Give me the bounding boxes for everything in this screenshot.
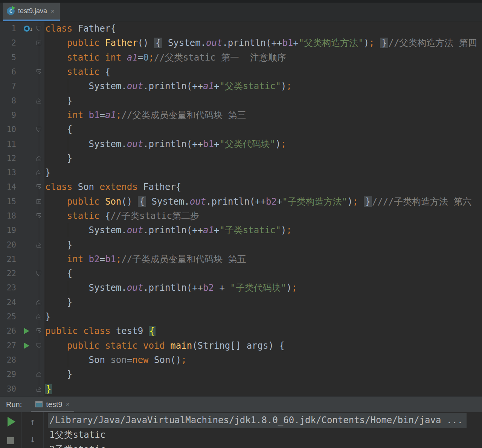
editor-line[interactable]: 14class Son extends Father{ — [0, 180, 482, 194]
code-line[interactable]: class Father{ — [44, 21, 482, 36]
editor-line[interactable]: 19System.out.println(++a1+"子类static"); — [0, 223, 482, 237]
subclassed-icon[interactable] — [24, 26, 30, 32]
code-line[interactable]: public Son() { System.out.println(++b2+"… — [44, 194, 482, 209]
fold-start-icon[interactable] — [36, 26, 42, 32]
editor-line[interactable]: 9int b1=a1;//父类成员变量和代码块 第三 — [0, 108, 482, 122]
editor-gutter[interactable]: 28 — [0, 353, 44, 367]
editor-gutter[interactable]: 10 — [0, 122, 44, 137]
editor-line[interactable]: 12} — [0, 151, 482, 166]
console-line[interactable]: 1父类static — [49, 428, 482, 442]
fold-start-icon[interactable] — [36, 126, 42, 132]
code-line[interactable]: static {//子类static第二步 — [44, 209, 482, 223]
editor-gutter[interactable]: 21 — [0, 252, 44, 266]
step-up-icon[interactable]: ↑ — [30, 417, 36, 427]
code-line[interactable]: class Son extends Father{ — [44, 180, 482, 194]
code-line[interactable]: } — [44, 310, 482, 324]
step-down-icon[interactable]: ↓ — [30, 434, 36, 444]
code-line[interactable]: } — [44, 151, 482, 166]
editor-line[interactable]: 20} — [0, 237, 482, 252]
editor-line[interactable]: 15public Son() { System.out.println(++b2… — [0, 194, 482, 209]
rerun-icon[interactable] — [8, 417, 15, 427]
editor-gutter[interactable]: 30 — [0, 381, 44, 396]
editor-gutter[interactable]: 12 — [0, 151, 44, 166]
code-line[interactable]: } — [44, 93, 482, 108]
editor-gutter[interactable]: 25 — [0, 310, 44, 324]
editor-line[interactable]: 22{ — [0, 266, 482, 281]
editor-gutter[interactable]: 18 — [0, 209, 44, 223]
console-output[interactable]: /Library/Java/JavaVirtualMachines/jdk1.8… — [44, 412, 482, 448]
editor-line[interactable]: 11System.out.println(++b1+"父类代码块"); — [0, 137, 482, 151]
code-line[interactable]: static { — [44, 65, 482, 79]
editor-line[interactable]: 8} — [0, 93, 482, 108]
fold-end-icon[interactable] — [36, 155, 42, 161]
editor-gutter[interactable]: 26 — [0, 324, 44, 338]
editor-line[interactable]: 6static { — [0, 65, 482, 79]
editor-gutter[interactable]: 27 — [0, 339, 44, 353]
code-line[interactable]: System.out.println(++a1+"子类static"); — [44, 223, 482, 237]
code-line[interactable]: } — [44, 295, 482, 310]
editor-gutter[interactable]: 9 — [0, 108, 44, 122]
run-tab-test9[interactable]: test9 × — [31, 396, 74, 412]
code-line[interactable]: public Father() { System.out.println(++b… — [44, 36, 482, 50]
fold-end-icon[interactable] — [36, 386, 42, 392]
fold-start-icon[interactable] — [36, 213, 42, 219]
code-editor[interactable]: 1↓class Father{2public Father() { System… — [0, 21, 482, 396]
editor-line[interactable]: 26public class test9 { — [0, 324, 482, 338]
fold-start-icon[interactable] — [36, 328, 42, 334]
editor-line[interactable]: 18static {//子类static第二步 — [0, 209, 482, 223]
editor-gutter[interactable]: 11 — [0, 137, 44, 151]
fold-end-icon[interactable] — [36, 170, 42, 176]
editor-line[interactable]: 10{ — [0, 122, 482, 137]
fold-end-icon[interactable] — [36, 98, 42, 104]
editor-gutter[interactable]: 1↓ — [0, 21, 44, 36]
stop-icon[interactable] — [7, 437, 14, 444]
editor-gutter[interactable]: 5 — [0, 50, 44, 65]
run-line-icon[interactable] — [24, 343, 29, 349]
code-line[interactable]: { — [44, 266, 482, 281]
editor-line[interactable]: 25} — [0, 310, 482, 324]
editor-line[interactable]: 27public static void main(String[] args)… — [0, 339, 482, 353]
editor-gutter[interactable]: 20 — [0, 237, 44, 252]
code-line[interactable]: System.out.println(++b1+"父类代码块"); — [44, 137, 482, 151]
editor-gutter[interactable]: 19 — [0, 223, 44, 237]
code-line[interactable]: int b2=b1;//子类成员变量和代码块 第五 — [44, 252, 482, 266]
code-line[interactable]: } — [44, 237, 482, 252]
fold-end-icon[interactable] — [36, 299, 42, 305]
code-line[interactable]: System.out.println(++b2 + "子类代码块"); — [44, 281, 482, 295]
editor-line[interactable]: 5static int a1=0;//父类static 第一 注意顺序 — [0, 50, 482, 65]
code-line[interactable]: int b1=a1;//父类成员变量和代码块 第三 — [44, 108, 482, 122]
code-line[interactable]: System.out.println(++a1+"父类static"); — [44, 79, 482, 93]
editor-line[interactable]: 29} — [0, 367, 482, 381]
code-line[interactable]: } — [44, 166, 482, 180]
code-line[interactable]: { — [44, 122, 482, 137]
editor-line[interactable]: 23System.out.println(++b2 + "子类代码块"); — [0, 281, 482, 295]
editor-gutter[interactable]: 8 — [0, 93, 44, 108]
fold-start-icon[interactable] — [36, 343, 42, 349]
editor-gutter[interactable]: 6 — [0, 65, 44, 79]
editor-line[interactable]: 7System.out.println(++a1+"父类static"); — [0, 79, 482, 93]
editor-gutter[interactable]: 22 — [0, 266, 44, 281]
tab-close-icon[interactable]: × — [50, 8, 55, 15]
fold-start-icon[interactable] — [36, 270, 42, 276]
code-line[interactable]: Son son=new Son(); — [44, 353, 482, 367]
fold-collapsed-icon[interactable] — [36, 40, 42, 46]
fold-start-icon[interactable] — [36, 69, 42, 75]
code-line[interactable]: public static void main(String[] args) { — [44, 339, 482, 353]
editor-gutter[interactable]: 23 — [0, 281, 44, 295]
editor-line[interactable]: 24} — [0, 295, 482, 310]
fold-end-icon[interactable] — [36, 314, 42, 320]
editor-line[interactable]: 1↓class Father{ — [0, 21, 482, 36]
code-line[interactable]: } — [44, 381, 482, 396]
editor-line[interactable]: 30} — [0, 381, 482, 396]
editor-gutter[interactable]: 13 — [0, 166, 44, 180]
editor-gutter[interactable]: 15 — [0, 194, 44, 209]
run-line-icon[interactable] — [24, 328, 29, 334]
editor-gutter[interactable]: 2 — [0, 36, 44, 50]
code-line[interactable]: static int a1=0;//父类static 第一 注意顺序 — [44, 50, 482, 65]
code-line[interactable]: public class test9 { — [44, 324, 482, 338]
run-tab-close-icon[interactable]: × — [66, 401, 70, 409]
console-line[interactable]: 2子类static — [49, 442, 482, 448]
fold-end-icon[interactable] — [36, 371, 42, 377]
fold-collapsed-icon[interactable] — [36, 199, 42, 205]
editor-line[interactable]: 21int b2=b1;//子类成员变量和代码块 第五 — [0, 252, 482, 266]
